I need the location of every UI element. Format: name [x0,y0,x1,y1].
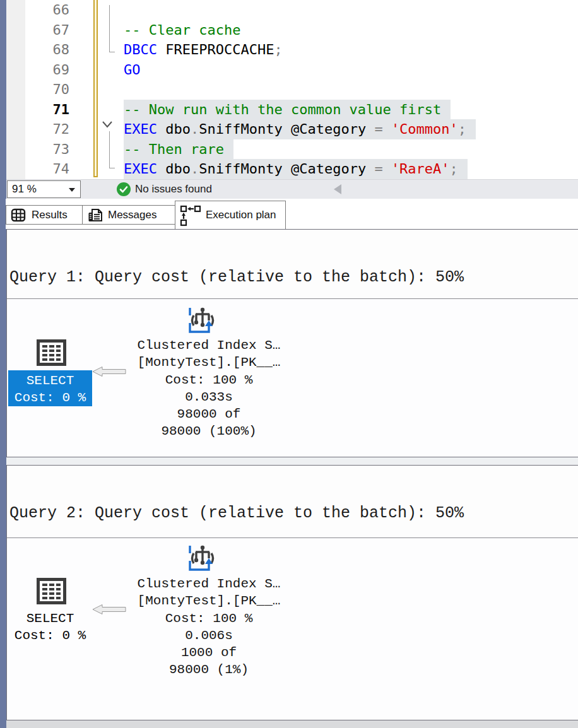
outline-bracket[interactable] [109,131,110,168]
token-comment: -- Then rare [124,141,224,157]
ssms-window: 6667-- Clear cache68DBCC FREEPROCCACHE;6… [0,0,578,728]
outline-bracket-foot [109,52,115,52]
scan-rows-total: 98000 (100%) [89,423,329,440]
token-plain: SniffMonty @Category [199,121,374,137]
token-comment: -- Now run with the common value first [124,102,441,117]
line-number: 66 [6,0,69,20]
tab-execution-plan-label: Execution plan [206,206,276,224]
token-plain: dbo [157,161,191,177]
execution-plan-icon [180,205,201,230]
tab-results[interactable]: Results [6,205,83,225]
line-number: 72 [6,119,69,139]
editor-line-72[interactable]: 72EXEC dbo.SniffMonty @Category = 'Commo… [6,119,578,139]
clustered-index-scan-icon[interactable] [186,543,219,576]
query1-select-node[interactable]: SELECT Cost: 0 % [8,370,92,406]
editor-line-67[interactable]: 67-- Clear cache [6,20,578,40]
line-number: 68 [6,40,69,60]
token-op: ; [450,161,458,177]
tab-results-label: Results [32,206,68,224]
zoom-level-dropdown[interactable]: 91 % [7,180,81,198]
bottom-scrollbar-area[interactable] [6,720,578,728]
query1-scan-node-labels[interactable]: Clustered Index S… [MontyTest].[PK__… Co… [89,337,329,440]
change-tracking-bar [93,0,98,177]
code-text[interactable]: DBCC FREEPROCCACHE; [124,40,283,60]
query1-statement-header[interactable]: Query 1: Query cost (relative to the bat… [7,230,578,299]
select-node-cost: Cost: 0 % [8,389,92,406]
scan-operator-name: Clustered Index S… [89,575,329,592]
token-keyword: EXEC [124,161,157,177]
editor-line-69[interactable]: 69GO [6,60,578,80]
token-keyword: DBCC [124,42,157,57]
scan-rows-of: 98000 of [89,406,329,423]
query1-cost-line: Query 1: Query cost (relative to the bat… [9,268,578,286]
code-text[interactable]: -- Clear cache [124,20,240,40]
line-number: 74 [6,159,69,179]
line-number: 67 [6,20,69,40]
collapse-chevron-icon[interactable] [101,117,114,129]
editor-line-68[interactable]: 68DBCC FREEPROCCACHE; [6,40,578,60]
scrollbar-left-arrow-icon[interactable] [334,184,341,194]
editor-line-74[interactable]: 74EXEC dbo.SniffMonty @Category = 'RareA… [6,159,578,179]
results-grid-icon [11,208,26,225]
zoom-level-value: 91 % [12,183,37,195]
query2-cost-line: Query 2: Query cost (relative to the bat… [9,504,578,522]
token-op: = [374,161,391,177]
messages-icon [87,208,103,226]
token-string: 'Common' [391,121,458,137]
query2-statement-header[interactable]: Query 2: Query cost (relative to the bat… [7,466,578,538]
query2-select-node[interactable]: SELECT Cost: 0 % [8,608,92,644]
token-op: . [191,161,199,177]
query2-plan-panel[interactable]: Query 2: Query cost (relative to the bat… [6,465,578,720]
token-string: 'RareA' [391,161,450,177]
plan-arrow[interactable] [92,604,126,618]
select-result-icon[interactable] [37,339,66,368]
code-text[interactable]: GO [124,60,141,80]
no-issues-check-icon [117,182,131,196]
editor-line-70[interactable]: 70 [6,79,578,100]
line-number: 69 [6,60,69,80]
scan-rows-of: 1000 of [89,644,329,661]
select-result-icon[interactable] [37,578,66,607]
select-node-title: SELECT [8,372,92,389]
line-number: 71 [6,100,69,120]
editor-line-71[interactable]: 71-- Now run with the common value first [6,100,578,120]
code-text[interactable]: -- Then rare [124,139,233,160]
code-text[interactable]: EXEC dbo.SniffMonty @Category = 'RareA'; [124,159,468,179]
clustered-index-scan-icon[interactable] [186,305,219,338]
scan-duration: 0.033s [89,389,329,406]
select-node-title: SELECT [8,610,92,627]
outline-bracket-foot [109,168,115,168]
chevron-down-icon[interactable] [69,188,75,192]
panel-divider [6,457,578,465]
scan-rows-total: 98000 (1%) [89,661,329,678]
editor-line-66[interactable]: 66 [6,0,578,20]
scan-duration: 0.006s [89,627,329,644]
token-op: . [191,121,199,137]
line-number: 73 [6,139,69,160]
token-keyword: GO [124,62,141,78]
editor-line-73[interactable]: 73-- Then rare [6,139,578,160]
token-op: = [374,121,391,137]
plan-arrow[interactable] [92,366,126,380]
scan-operator-name: Clustered Index S… [89,337,329,354]
results-tab-bar: Results Messages [6,199,578,229]
token-plain: FREEPROCCACHE [157,42,274,57]
editor-status-bar: 91 % No issues found [6,179,578,199]
token-keyword: EXEC [124,121,157,137]
query1-plan-panel[interactable]: Query 1: Query cost (relative to the bat… [6,229,578,457]
line-number: 70 [6,79,69,100]
sql-editor[interactable]: 6667-- Clear cache68DBCC FREEPROCCACHE;6… [6,0,578,179]
tab-messages[interactable]: Messages [82,205,175,225]
status-message: No issues found [135,180,212,199]
token-plain: dbo [157,121,191,137]
token-comment: -- Clear cache [124,22,240,38]
tab-messages-label: Messages [108,206,156,224]
select-node-cost: Cost: 0 % [8,627,92,644]
query2-scan-node-labels[interactable]: Clustered Index S… [MontyTest].[PK__… Co… [89,575,329,679]
tab-execution-plan[interactable]: Execution plan [175,201,286,229]
code-text[interactable]: -- Now run with the common value first [124,100,451,120]
code-text[interactable]: EXEC dbo.SniffMonty @Category = 'Common'… [124,119,476,139]
token-op: ; [458,121,466,137]
outline-bracket[interactable] [109,5,110,52]
token-op: ; [274,42,282,57]
